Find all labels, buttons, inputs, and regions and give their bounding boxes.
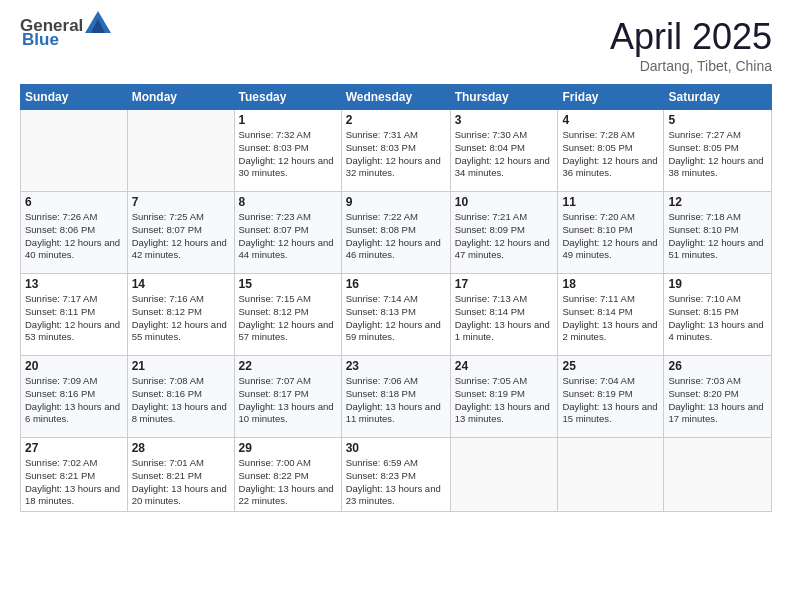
table-row: 14Sunrise: 7:16 AM Sunset: 8:12 PM Dayli… [127, 274, 234, 356]
day-number: 1 [239, 113, 337, 127]
header-wednesday: Wednesday [341, 85, 450, 110]
day-info: Sunrise: 7:06 AM Sunset: 8:18 PM Dayligh… [346, 375, 446, 426]
table-row: 25Sunrise: 7:04 AM Sunset: 8:19 PM Dayli… [558, 356, 664, 438]
day-number: 25 [562, 359, 659, 373]
day-info: Sunrise: 7:01 AM Sunset: 8:21 PM Dayligh… [132, 457, 230, 508]
table-row: 4Sunrise: 7:28 AM Sunset: 8:05 PM Daylig… [558, 110, 664, 192]
day-info: Sunrise: 7:16 AM Sunset: 8:12 PM Dayligh… [132, 293, 230, 344]
day-number: 8 [239, 195, 337, 209]
calendar-week-row: 20Sunrise: 7:09 AM Sunset: 8:16 PM Dayli… [21, 356, 772, 438]
month-title: April 2025 [610, 16, 772, 58]
table-row: 15Sunrise: 7:15 AM Sunset: 8:12 PM Dayli… [234, 274, 341, 356]
day-info: Sunrise: 7:11 AM Sunset: 8:14 PM Dayligh… [562, 293, 659, 344]
table-row: 6Sunrise: 7:26 AM Sunset: 8:06 PM Daylig… [21, 192, 128, 274]
day-info: Sunrise: 7:14 AM Sunset: 8:13 PM Dayligh… [346, 293, 446, 344]
table-row [450, 438, 558, 512]
table-row [664, 438, 772, 512]
day-info: Sunrise: 7:05 AM Sunset: 8:19 PM Dayligh… [455, 375, 554, 426]
day-number: 26 [668, 359, 767, 373]
day-number: 5 [668, 113, 767, 127]
day-info: Sunrise: 7:03 AM Sunset: 8:20 PM Dayligh… [668, 375, 767, 426]
day-info: Sunrise: 7:28 AM Sunset: 8:05 PM Dayligh… [562, 129, 659, 180]
table-row: 10Sunrise: 7:21 AM Sunset: 8:09 PM Dayli… [450, 192, 558, 274]
day-number: 15 [239, 277, 337, 291]
table-row: 22Sunrise: 7:07 AM Sunset: 8:17 PM Dayli… [234, 356, 341, 438]
logo: General Blue [20, 16, 111, 50]
table-row: 16Sunrise: 7:14 AM Sunset: 8:13 PM Dayli… [341, 274, 450, 356]
subtitle: Dartang, Tibet, China [610, 58, 772, 74]
header-thursday: Thursday [450, 85, 558, 110]
day-number: 4 [562, 113, 659, 127]
day-info: Sunrise: 7:25 AM Sunset: 8:07 PM Dayligh… [132, 211, 230, 262]
table-row: 27Sunrise: 7:02 AM Sunset: 8:21 PM Dayli… [21, 438, 128, 512]
day-info: Sunrise: 7:15 AM Sunset: 8:12 PM Dayligh… [239, 293, 337, 344]
table-row: 17Sunrise: 7:13 AM Sunset: 8:14 PM Dayli… [450, 274, 558, 356]
table-row: 13Sunrise: 7:17 AM Sunset: 8:11 PM Dayli… [21, 274, 128, 356]
table-row: 12Sunrise: 7:18 AM Sunset: 8:10 PM Dayli… [664, 192, 772, 274]
day-number: 18 [562, 277, 659, 291]
calendar-page: General Blue April 2025 Dartang, Tibet, … [0, 0, 792, 612]
day-number: 30 [346, 441, 446, 455]
day-info: Sunrise: 7:07 AM Sunset: 8:17 PM Dayligh… [239, 375, 337, 426]
title-section: April 2025 Dartang, Tibet, China [610, 16, 772, 74]
table-row: 24Sunrise: 7:05 AM Sunset: 8:19 PM Dayli… [450, 356, 558, 438]
day-number: 11 [562, 195, 659, 209]
day-number: 29 [239, 441, 337, 455]
day-number: 28 [132, 441, 230, 455]
day-info: Sunrise: 7:21 AM Sunset: 8:09 PM Dayligh… [455, 211, 554, 262]
day-info: Sunrise: 7:30 AM Sunset: 8:04 PM Dayligh… [455, 129, 554, 180]
day-info: Sunrise: 6:59 AM Sunset: 8:23 PM Dayligh… [346, 457, 446, 508]
day-number: 3 [455, 113, 554, 127]
table-row: 8Sunrise: 7:23 AM Sunset: 8:07 PM Daylig… [234, 192, 341, 274]
day-number: 12 [668, 195, 767, 209]
header: General Blue April 2025 Dartang, Tibet, … [20, 16, 772, 74]
day-info: Sunrise: 7:13 AM Sunset: 8:14 PM Dayligh… [455, 293, 554, 344]
day-number: 21 [132, 359, 230, 373]
day-info: Sunrise: 7:09 AM Sunset: 8:16 PM Dayligh… [25, 375, 123, 426]
day-info: Sunrise: 7:31 AM Sunset: 8:03 PM Dayligh… [346, 129, 446, 180]
table-row: 21Sunrise: 7:08 AM Sunset: 8:16 PM Dayli… [127, 356, 234, 438]
calendar-week-row: 1Sunrise: 7:32 AM Sunset: 8:03 PM Daylig… [21, 110, 772, 192]
calendar-week-row: 13Sunrise: 7:17 AM Sunset: 8:11 PM Dayli… [21, 274, 772, 356]
day-info: Sunrise: 7:27 AM Sunset: 8:05 PM Dayligh… [668, 129, 767, 180]
header-tuesday: Tuesday [234, 85, 341, 110]
day-info: Sunrise: 7:18 AM Sunset: 8:10 PM Dayligh… [668, 211, 767, 262]
calendar-table: Sunday Monday Tuesday Wednesday Thursday… [20, 84, 772, 512]
table-row [558, 438, 664, 512]
day-number: 13 [25, 277, 123, 291]
header-sunday: Sunday [21, 85, 128, 110]
calendar-week-row: 27Sunrise: 7:02 AM Sunset: 8:21 PM Dayli… [21, 438, 772, 512]
header-saturday: Saturday [664, 85, 772, 110]
day-info: Sunrise: 7:17 AM Sunset: 8:11 PM Dayligh… [25, 293, 123, 344]
day-number: 9 [346, 195, 446, 209]
day-info: Sunrise: 7:22 AM Sunset: 8:08 PM Dayligh… [346, 211, 446, 262]
day-number: 2 [346, 113, 446, 127]
day-number: 17 [455, 277, 554, 291]
weekday-header-row: Sunday Monday Tuesday Wednesday Thursday… [21, 85, 772, 110]
table-row: 7Sunrise: 7:25 AM Sunset: 8:07 PM Daylig… [127, 192, 234, 274]
logo-icon [85, 11, 111, 33]
table-row [21, 110, 128, 192]
table-row: 3Sunrise: 7:30 AM Sunset: 8:04 PM Daylig… [450, 110, 558, 192]
table-row: 29Sunrise: 7:00 AM Sunset: 8:22 PM Dayli… [234, 438, 341, 512]
day-number: 20 [25, 359, 123, 373]
day-info: Sunrise: 7:26 AM Sunset: 8:06 PM Dayligh… [25, 211, 123, 262]
table-row: 5Sunrise: 7:27 AM Sunset: 8:05 PM Daylig… [664, 110, 772, 192]
table-row: 28Sunrise: 7:01 AM Sunset: 8:21 PM Dayli… [127, 438, 234, 512]
day-info: Sunrise: 7:23 AM Sunset: 8:07 PM Dayligh… [239, 211, 337, 262]
day-info: Sunrise: 7:10 AM Sunset: 8:15 PM Dayligh… [668, 293, 767, 344]
header-monday: Monday [127, 85, 234, 110]
day-number: 19 [668, 277, 767, 291]
table-row: 20Sunrise: 7:09 AM Sunset: 8:16 PM Dayli… [21, 356, 128, 438]
table-row: 1Sunrise: 7:32 AM Sunset: 8:03 PM Daylig… [234, 110, 341, 192]
calendar-week-row: 6Sunrise: 7:26 AM Sunset: 8:06 PM Daylig… [21, 192, 772, 274]
day-number: 10 [455, 195, 554, 209]
table-row: 2Sunrise: 7:31 AM Sunset: 8:03 PM Daylig… [341, 110, 450, 192]
day-number: 7 [132, 195, 230, 209]
day-info: Sunrise: 7:20 AM Sunset: 8:10 PM Dayligh… [562, 211, 659, 262]
day-info: Sunrise: 7:08 AM Sunset: 8:16 PM Dayligh… [132, 375, 230, 426]
table-row: 30Sunrise: 6:59 AM Sunset: 8:23 PM Dayli… [341, 438, 450, 512]
day-info: Sunrise: 7:32 AM Sunset: 8:03 PM Dayligh… [239, 129, 337, 180]
table-row: 23Sunrise: 7:06 AM Sunset: 8:18 PM Dayli… [341, 356, 450, 438]
table-row: 11Sunrise: 7:20 AM Sunset: 8:10 PM Dayli… [558, 192, 664, 274]
